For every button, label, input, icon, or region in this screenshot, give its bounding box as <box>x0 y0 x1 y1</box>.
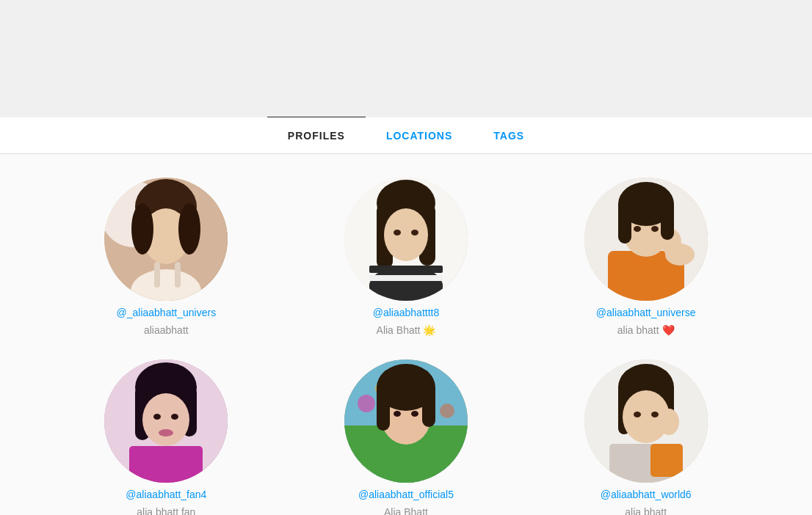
profile-username-5: @aliaabhatt_official5 <box>358 489 454 500</box>
top-spacer <box>0 0 812 117</box>
svg-point-67 <box>651 412 659 417</box>
svg-rect-6 <box>175 262 181 288</box>
svg-rect-5 <box>154 262 160 288</box>
svg-point-19 <box>394 230 401 235</box>
svg-point-49 <box>440 403 454 418</box>
tab-profiles[interactable]: Profiles <box>267 117 366 153</box>
profiles-grid: @_aliaabhatt_univers aliaabhatt <box>76 154 736 515</box>
svg-point-42 <box>171 414 178 420</box>
svg-point-41 <box>153 414 161 420</box>
avatar-image-6 <box>584 359 708 483</box>
svg-rect-16 <box>369 266 443 273</box>
svg-point-62 <box>659 409 679 435</box>
svg-point-7 <box>131 203 153 255</box>
page-container: Profiles Locations Tags <box>0 0 812 515</box>
profile-card-4[interactable]: @aliaabhatt_fan4 alia bhatt fan <box>104 359 228 515</box>
profile-fullname-3: alia bhatt ❤️ <box>617 324 675 336</box>
profile-fullname-2: Alia Bhatt 🌟 <box>377 324 436 336</box>
profile-username-4: @aliaabhatt_fan4 <box>126 489 206 500</box>
svg-rect-29 <box>618 200 631 244</box>
tab-locations[interactable]: Locations <box>366 117 473 153</box>
tabs-section: Profiles Locations Tags <box>0 117 812 154</box>
profile-fullname-1: aliaabhatt <box>144 324 189 336</box>
avatar-5 <box>344 359 468 483</box>
svg-point-54 <box>394 411 401 417</box>
content-area: @_aliaabhatt_univers aliaabhatt <box>0 154 812 515</box>
profile-card-2[interactable]: @aliaabhatttt8 Alia Bhatt 🌟 <box>344 178 468 336</box>
svg-rect-65 <box>650 444 683 477</box>
avatar-1 <box>104 178 228 301</box>
svg-point-66 <box>634 412 641 417</box>
svg-rect-52 <box>377 383 390 431</box>
profile-card-3[interactable]: @aliaabhatt_universe alia bhatt ❤️ <box>584 178 708 336</box>
avatar-4 <box>104 359 228 483</box>
tab-tags[interactable]: Tags <box>473 117 545 153</box>
avatar-image-1 <box>104 178 228 301</box>
svg-point-47 <box>358 395 375 412</box>
profile-username-3: @aliaabhatt_universe <box>596 307 696 318</box>
svg-point-32 <box>651 226 659 232</box>
tab-locations-label: Locations <box>386 130 452 142</box>
profile-card-5[interactable]: @aliaabhatt_official5 Alia Bhatt <box>344 359 468 515</box>
svg-point-31 <box>634 226 641 232</box>
avatar-image-3 <box>584 178 708 301</box>
profile-card-1[interactable]: @_aliaabhatt_univers aliaabhatt <box>104 178 228 336</box>
tabs-wrapper: Profiles Locations Tags <box>267 117 545 153</box>
svg-rect-17 <box>369 275 443 281</box>
svg-point-8 <box>178 203 200 255</box>
profile-card-6[interactable]: @aliaabhatt_world6 alia bhatt <box>584 359 708 515</box>
svg-rect-40 <box>129 446 203 479</box>
avatar-2 <box>344 178 468 301</box>
tab-profiles-label: Profiles <box>288 130 345 142</box>
profile-fullname-6: alia bhatt <box>625 506 667 515</box>
svg-rect-30 <box>661 200 674 240</box>
svg-rect-53 <box>422 383 435 427</box>
avatar-image-2 <box>344 178 468 301</box>
tab-tags-label: Tags <box>493 130 524 142</box>
avatar-6 <box>584 359 708 483</box>
profile-username-6: @aliaabhatt_world6 <box>601 489 692 500</box>
profile-username-2: @aliaabhatttt8 <box>373 307 440 318</box>
svg-rect-18 <box>369 283 443 289</box>
profile-fullname-4: alia bhatt fan <box>137 506 195 515</box>
svg-point-20 <box>411 230 418 235</box>
svg-point-55 <box>411 411 418 417</box>
avatar-3 <box>584 178 708 301</box>
svg-point-43 <box>159 429 173 437</box>
avatar-image-5 <box>344 359 468 483</box>
avatar-image-4 <box>104 359 228 483</box>
profile-fullname-5: Alia Bhatt <box>384 506 428 515</box>
profile-username-1: @_aliaabhatt_univers <box>117 307 217 318</box>
svg-point-14 <box>384 208 428 261</box>
svg-point-38 <box>142 393 189 446</box>
